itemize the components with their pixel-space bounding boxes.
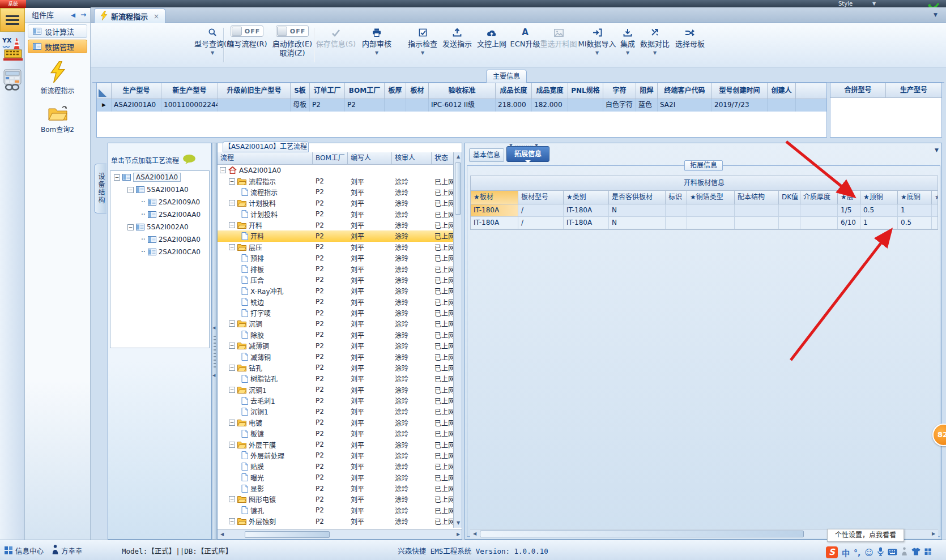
- dock-arrow-icon[interactable]: →: [80, 8, 86, 22]
- detail-cell[interactable]: [800, 204, 838, 217]
- collapse-left-icon[interactable]: ◀: [212, 326, 215, 330]
- dropdown-arrow-icon[interactable]: ▼: [404, 50, 441, 55]
- grid-column-header[interactable]: 终端客户代码: [658, 83, 712, 99]
- grid-column-header[interactable]: 新生产型号: [161, 83, 218, 99]
- toolbar-button-mi-data-import[interactable]: MI数据导入▼: [577, 25, 617, 55]
- tree-expander-icon[interactable]: −: [229, 420, 235, 426]
- detail-row[interactable]: IT-180A/IT-180AN1/50.51: [471, 204, 938, 217]
- grid-cell[interactable]: 218.000: [496, 99, 532, 112]
- flow-cell[interactable]: P2: [313, 287, 348, 295]
- sidebar-tool-bom-query[interactable]: Bom查询2: [25, 104, 90, 134]
- flow-process-cell[interactable]: 树脂钻孔: [218, 374, 313, 383]
- dropdown-arrow-icon[interactable]: ▼: [358, 50, 395, 55]
- flow-row-file[interactable]: 排板P2刘平涂玲已上网: [218, 263, 462, 274]
- flow-cell[interactable]: 刘平: [348, 506, 392, 515]
- hamburger-menu-button[interactable]: [0, 8, 25, 32]
- flow-cell[interactable]: 刘平: [348, 275, 392, 285]
- flow-cell[interactable]: 涂玲: [392, 461, 432, 471]
- flow-process-cell[interactable]: 除胶: [218, 330, 313, 340]
- detail-cell[interactable]: [666, 217, 687, 229]
- tree-expander-icon[interactable]: −: [229, 178, 235, 185]
- detail-cell[interactable]: 1/5: [838, 204, 860, 217]
- flow-cell[interactable]: 涂玲: [392, 341, 432, 350]
- flow-process-cell[interactable]: −流程指示: [218, 177, 313, 186]
- flow-row-folder[interactable]: −计划投料P2刘平涂玲已上网: [218, 198, 462, 208]
- flow-cell[interactable]: 刘平: [348, 374, 392, 383]
- merge-column-header[interactable]: 合拼型号: [830, 83, 886, 98]
- detail-row[interactable]: IT-180A/IT-180AN6/1010.5: [471, 217, 938, 229]
- flow-cell[interactable]: 涂玲: [392, 210, 432, 219]
- dropdown-arrow-icon[interactable]: ▼: [194, 50, 231, 55]
- device-tree-node[interactable]: ··2SA2I00CA0: [110, 246, 209, 258]
- flow-cell[interactable]: P2: [313, 265, 348, 273]
- flow-row-folder[interactable]: −电镀P2刘平涂玲已上网: [218, 417, 462, 428]
- flow-cell[interactable]: 涂玲: [392, 516, 432, 526]
- tree-expander-icon[interactable]: −: [229, 343, 235, 349]
- flow-cell[interactable]: 涂玲: [392, 319, 432, 328]
- flow-cell[interactable]: P2: [313, 473, 348, 481]
- flow-cell[interactable]: P2: [313, 485, 348, 493]
- scrollbar-thumb[interactable]: [455, 163, 461, 215]
- flow-cell[interactable]: 刘平: [348, 319, 392, 328]
- flow-cell[interactable]: 刘平: [348, 396, 392, 405]
- flow-row-folder[interactable]: −钻孔P2刘平涂玲已上网: [218, 362, 462, 373]
- tree-expander-icon[interactable]: −: [229, 222, 235, 228]
- detail-cell[interactable]: IT-180A: [471, 217, 518, 229]
- grid-cell[interactable]: [218, 99, 291, 112]
- flow-process-cell[interactable]: −减薄铜: [218, 341, 313, 350]
- detail-cell[interactable]: 0.5: [860, 204, 898, 217]
- flow-cell[interactable]: 涂玲: [392, 264, 432, 274]
- flow-process-cell[interactable]: −沉铜: [218, 319, 313, 328]
- flow-row-file[interactable]: 去毛刺1P2刘平涂玲已上网: [218, 395, 462, 406]
- dropdown-arrow-icon[interactable]: ▼: [638, 50, 672, 55]
- flow-process-cell[interactable]: 去毛刺1: [218, 396, 313, 405]
- flow-row-folder[interactable]: −外层蚀刻P2刘平涂玲已上网: [218, 516, 462, 527]
- flow-row-file[interactable]: 流程指示P2刘平涂玲已上网: [218, 187, 462, 198]
- flow-cell[interactable]: 刘平: [348, 418, 392, 428]
- scroll-down-icon[interactable]: ▼: [454, 519, 462, 528]
- detail-cell[interactable]: [932, 217, 938, 229]
- flow-cell[interactable]: P2: [313, 397, 348, 405]
- scroll-up-icon[interactable]: ▲: [454, 152, 462, 161]
- flow-cell[interactable]: P2: [313, 495, 348, 503]
- flow-row-file[interactable]: 除胶P2刘平涂玲已上网: [218, 330, 462, 340]
- detail-column-header[interactable]: ★底铜: [898, 191, 932, 204]
- scroll-left-icon[interactable]: ◀: [470, 529, 479, 538]
- ime-punctuation-toggle[interactable]: °,: [854, 548, 860, 557]
- flow-row-file[interactable]: 沉铜1P2刘平涂玲已上网: [218, 406, 462, 417]
- flow-cell[interactable]: P2: [313, 418, 348, 426]
- flow-cell[interactable]: 刘平: [348, 330, 392, 340]
- flow-cell[interactable]: 刘平: [348, 242, 392, 252]
- flow-row-file[interactable]: 压合P2刘平涂玲已上网: [218, 275, 462, 285]
- flow-process-cell[interactable]: −图形电镀: [218, 494, 313, 504]
- toolbox-grid-icon[interactable]: [924, 547, 932, 558]
- tree-expander-icon[interactable]: −: [127, 187, 134, 193]
- flow-cell[interactable]: 涂玲: [392, 286, 432, 296]
- tree-expander-icon[interactable]: −: [229, 496, 235, 502]
- detail-cell[interactable]: IT-180A: [564, 217, 609, 229]
- flow-panel-title[interactable]: 【ASA2I001A0】工艺流程: [223, 142, 309, 152]
- flow-cell[interactable]: 刘平: [348, 484, 392, 493]
- flow-process-cell[interactable]: −开料: [218, 220, 313, 230]
- flow-cell[interactable]: 刘平: [348, 177, 392, 186]
- toolbar-button-reselect-cut-diagram[interactable]: 重选开料图: [539, 25, 578, 49]
- grid-cell[interactable]: ASA2I001A0: [112, 99, 161, 112]
- toolbar-button-integrate[interactable]: 集成▼: [616, 25, 639, 55]
- flow-cell[interactable]: P2: [313, 364, 348, 371]
- scroll-right-icon[interactable]: ▶: [454, 530, 462, 539]
- flow-cell[interactable]: P2: [313, 342, 348, 350]
- detail-column-header[interactable]: ★板材: [471, 191, 518, 204]
- flow-cell[interactable]: P2: [313, 210, 348, 218]
- flow-cell[interactable]: P2: [313, 276, 348, 284]
- flow-row-file[interactable]: 外层前处理P2刘平涂玲已上网: [218, 450, 462, 461]
- flow-process-cell[interactable]: −计划投料: [218, 198, 313, 208]
- grid-cell[interactable]: 10011000022441: [161, 99, 218, 112]
- flow-cell[interactable]: 涂玲: [392, 242, 432, 252]
- flow-process-cell[interactable]: −ASA2I001A0: [218, 166, 313, 174]
- flow-row-root[interactable]: −ASA2I001A0: [218, 165, 462, 176]
- detail-column-header[interactable]: ★类别: [564, 191, 609, 204]
- flow-row-file[interactable]: 镀孔P2刘平涂玲已上网: [218, 505, 462, 516]
- flow-row-folder[interactable]: −外层干膜P2刘平涂玲已上网: [218, 439, 462, 450]
- tree-expander-icon[interactable]: −: [229, 320, 235, 327]
- grid-column-header[interactable]: 成品长度: [496, 83, 532, 99]
